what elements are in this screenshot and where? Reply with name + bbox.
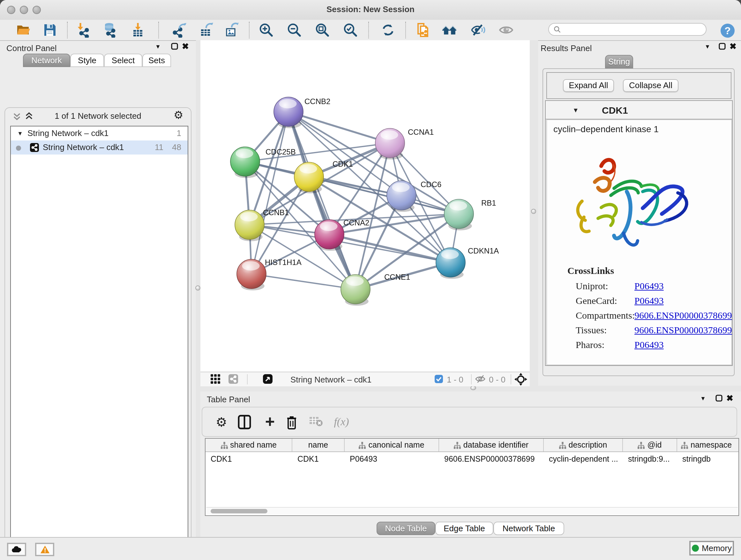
table-settings-gear-icon[interactable]: ⚙: [213, 415, 230, 431]
show-eye-button[interactable]: [498, 22, 514, 38]
network-canvas[interactable]: CCNB2CCNA1CDC25BCDK1CDC6RB1CCNB1CCNA2CDK…: [200, 40, 530, 372]
clone-network-button[interactable]: [415, 22, 431, 38]
svg-text:CDC6: CDC6: [421, 180, 441, 189]
open-view-icon[interactable]: [263, 374, 273, 384]
svg-text:CDK1: CDK1: [333, 160, 353, 168]
zoom-fit-button[interactable]: [315, 22, 330, 38]
function-builder-button[interactable]: f(x): [333, 415, 350, 431]
horizontal-splitter[interactable]: [200, 386, 741, 391]
export-table-button[interactable]: [199, 22, 214, 38]
crosslink-value[interactable]: P06493: [634, 281, 664, 292]
network-tree: ▼ String Network – cdk1 1 String Network…: [10, 126, 188, 560]
crosslink-value[interactable]: 9606.ENSP00000378699: [634, 325, 732, 336]
help-button[interactable]: ?: [720, 23, 735, 38]
node-table: shared name name canonical name database…: [205, 438, 739, 516]
warnings-button[interactable]: [35, 543, 54, 556]
panel-close-icon[interactable]: ✖: [730, 42, 737, 51]
crosslink-value[interactable]: 9606.ENSP00000378699: [634, 310, 732, 321]
memory-button[interactable]: Memory: [689, 541, 734, 556]
table-header-row: shared name name canonical name database…: [205, 439, 738, 452]
hide-panels-button[interactable]: [470, 22, 486, 38]
left-splitter-handle[interactable]: [195, 286, 200, 291]
column-header[interactable]: @id: [623, 439, 677, 451]
import-table-button[interactable]: [130, 22, 145, 38]
expand-all-button[interactable]: Expand All: [563, 79, 614, 92]
show-columns-icon[interactable]: [238, 415, 254, 431]
column-header[interactable]: shared name: [205, 439, 292, 451]
tab-network[interactable]: Network: [23, 54, 70, 67]
tab-node-table[interactable]: Node Table: [377, 522, 435, 535]
crosslink-value[interactable]: P06493: [634, 340, 664, 351]
panel-close-icon[interactable]: ✖: [182, 42, 189, 51]
edge-count: 48: [172, 140, 181, 154]
right-splitter[interactable]: [530, 40, 538, 386]
column-header[interactable]: namespace: [677, 439, 738, 451]
collapse-all-button[interactable]: Collapse All: [623, 79, 678, 92]
delete-table-icon[interactable]: [309, 415, 326, 431]
tab-sets[interactable]: Sets: [142, 54, 171, 67]
hidden-eye-slash-icon[interactable]: [475, 374, 486, 384]
zoom-out-icon: [286, 22, 302, 38]
tab-network-table[interactable]: Network Table: [493, 522, 564, 535]
table-row[interactable]: CDK1 CDK1 P06493 9606.ENSP00000378699 cy…: [205, 452, 738, 466]
search-input[interactable]: [561, 24, 706, 35]
selected-checkbox-icon[interactable]: [434, 375, 443, 383]
tab-edge-table[interactable]: Edge Table: [435, 522, 493, 535]
add-column-icon[interactable]: +: [262, 415, 278, 431]
import-network-database-button[interactable]: [102, 22, 118, 38]
cloud-button[interactable]: [7, 543, 26, 556]
right-splitter-handle[interactable]: [531, 209, 536, 214]
tab-string[interactable]: String: [605, 55, 633, 68]
grid-view-icon[interactable]: [211, 374, 220, 384]
delete-column-trash-icon[interactable]: [285, 415, 302, 431]
section-collapse-triangle-icon[interactable]: ▼: [572, 107, 579, 114]
column-header[interactable]: database identifier: [439, 439, 544, 451]
network-collection-row[interactable]: ▼ String Network – cdk1 1: [11, 126, 188, 140]
search-field: [548, 23, 706, 36]
collapse-triangle-icon[interactable]: ▼: [17, 126, 23, 140]
column-header[interactable]: name: [292, 439, 345, 451]
panel-float-icon[interactable]: [719, 43, 726, 50]
import-table-icon: [130, 22, 145, 38]
zoom-out-button[interactable]: [286, 22, 302, 38]
export-network-button[interactable]: [172, 22, 187, 38]
zoom-selected-button[interactable]: [343, 22, 358, 38]
scrollbar-thumb[interactable]: [211, 509, 267, 513]
cdk1-section: ▼ CDK1 cyclin–dependent kinase 1: [545, 100, 733, 366]
column-header[interactable]: description: [544, 439, 623, 451]
fit-content-crosshair-icon[interactable]: [515, 373, 527, 386]
network-graph[interactable]: CCNB2CCNA1CDC25BCDK1CDC6RB1CCNB1CCNA2CDK…: [200, 40, 530, 372]
column-tree-icon: [638, 442, 645, 449]
string-home-button[interactable]: [442, 22, 457, 38]
horizontal-splitter-handle[interactable]: [470, 386, 476, 390]
crosslink-value[interactable]: P06493: [634, 296, 664, 307]
panel-float-icon[interactable]: [171, 43, 178, 50]
results-panel: Results Panel ▼ ✖ String Expand All Coll…: [538, 40, 741, 386]
tab-style[interactable]: Style: [70, 54, 104, 67]
panel-menu-icon[interactable]: ▼: [155, 44, 161, 50]
control-panel-title: Control Panel: [6, 44, 57, 53]
table-panel-title: Table Panel: [207, 395, 250, 404]
export-table-icon: [199, 22, 214, 38]
zoom-in-icon: [259, 22, 274, 38]
network-options-gear-icon[interactable]: ⚙: [174, 109, 184, 122]
panel-menu-icon[interactable]: ▼: [704, 44, 711, 50]
import-network-file-button[interactable]: [75, 22, 91, 38]
panel-menu-icon[interactable]: ▼: [700, 395, 706, 401]
tab-select[interactable]: Select: [104, 54, 142, 67]
open-file-button[interactable]: [16, 22, 31, 38]
panel-close-icon[interactable]: ✖: [726, 393, 733, 403]
table-horizontal-scrollbar[interactable]: [206, 507, 738, 515]
save-session-button[interactable]: [42, 22, 57, 38]
export-image-button[interactable]: [224, 22, 239, 38]
cdk1-section-header[interactable]: ▼ CDK1: [546, 101, 732, 119]
column-header[interactable]: canonical name: [345, 439, 439, 451]
refresh-network-button[interactable]: [381, 22, 396, 38]
zoom-in-button[interactable]: [259, 22, 274, 38]
warning-icon: [40, 545, 50, 554]
network-share-icon[interactable]: [228, 374, 238, 384]
export-network-icon: [172, 22, 187, 38]
network-row[interactable]: String Network – cdk1 11 48: [11, 140, 188, 154]
panel-float-icon[interactable]: [716, 395, 723, 401]
node-count: 11: [155, 140, 163, 154]
